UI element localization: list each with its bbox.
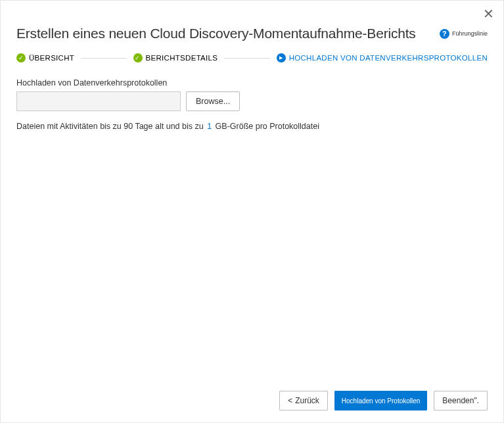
step-separator bbox=[81, 58, 126, 59]
hint-number: 1 bbox=[207, 122, 212, 131]
dialog-footer: < Zurück Hochladen von Protokollen Beend… bbox=[279, 391, 488, 411]
finish-button[interactable]: Beenden". bbox=[434, 391, 488, 411]
close-icon[interactable]: ✕ bbox=[483, 7, 494, 20]
upload-field-label: Hochladen von Datenverkehrsprotokollen bbox=[16, 78, 488, 87]
step-label: HOCHLADEN VON DATENVERKEHRSPROTOKOLLEN bbox=[289, 54, 488, 62]
upload-row: Browse... bbox=[16, 91, 488, 111]
content-area: Hochladen von Datenverkehrsprotokollen B… bbox=[1, 62, 503, 131]
play-icon: ▶ bbox=[277, 53, 286, 62]
check-icon: ✓ bbox=[133, 53, 143, 62]
browse-button[interactable]: Browse... bbox=[186, 91, 240, 111]
step-label: BERICHTSDETAILS bbox=[146, 54, 218, 62]
upload-logs-button[interactable]: Hochladen von Protokollen bbox=[334, 391, 428, 411]
upload-hint: Dateien mit Aktivitäten bis zu 90 Tage a… bbox=[16, 122, 488, 131]
step-label: ÜBERSICHT bbox=[29, 54, 74, 62]
dialog-header: Erstellen eines neuen Cloud Discovery-Mo… bbox=[1, 1, 503, 41]
step-upload-logs[interactable]: ▶ HOCHLADEN VON DATENVERKEHRSPROTOKOLLEN bbox=[277, 53, 488, 62]
hint-post: GB-Größe pro Protokolldatei bbox=[216, 122, 319, 131]
check-icon: ✓ bbox=[16, 53, 26, 62]
step-overview[interactable]: ✓ ÜBERSICHT bbox=[16, 53, 74, 62]
step-report-details[interactable]: ✓ BERICHTSDETAILS bbox=[133, 53, 218, 62]
help-link[interactable]: ? Führungslinie bbox=[440, 29, 488, 39]
back-label: Zurück bbox=[295, 396, 319, 405]
back-button[interactable]: < Zurück bbox=[279, 391, 328, 411]
help-label: Führungslinie bbox=[452, 30, 488, 37]
page-title: Erstellen eines neuen Cloud Discovery-Mo… bbox=[16, 26, 416, 41]
step-separator bbox=[224, 58, 269, 59]
wizard-steps: ✓ ÜBERSICHT ✓ BERICHTSDETAILS ▶ HOCHLADE… bbox=[1, 41, 503, 62]
chevron-left-icon: < bbox=[288, 397, 292, 405]
file-path-input[interactable] bbox=[16, 91, 181, 111]
help-icon: ? bbox=[440, 29, 449, 39]
hint-pre: Dateien mit Aktivitäten bis zu 90 Tage a… bbox=[16, 122, 204, 131]
